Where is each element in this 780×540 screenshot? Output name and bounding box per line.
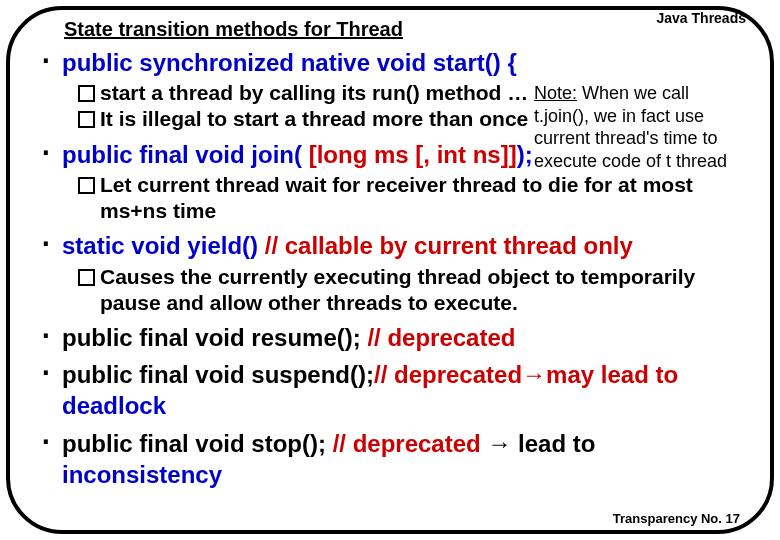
note-text: t.join(), we in fact use [534,106,704,126]
sig-text: public final void suspend(); [62,361,374,388]
sig-start: public synchronized native void start() … [62,47,756,78]
sig-text: ); [517,141,533,168]
sig-text: public final void join( [62,141,309,168]
sig-optional: [long ms [, int ns]] [309,141,517,168]
inconsistency-word: inconsistency [62,461,222,488]
note-text: execute code of t thread [534,151,727,171]
sig-resume: public final void resume(); // deprecate… [62,322,756,353]
sig-tail: may lead to [546,361,678,388]
sig-comment: // callable by current thread only [265,232,633,259]
header-topic: Java Threads [657,10,747,26]
page-number: Transparency No. 17 [613,511,740,526]
item-yield: static void yield() // callable by curre… [36,230,756,316]
sig-comment: // deprecated [367,324,515,351]
slide-title: State transition methods for Thread [64,18,756,41]
sig-tail: lead to [511,430,595,457]
arrow-icon: → [522,361,546,388]
note-overlay: Note: When we call t.join(), we in fact … [534,82,780,172]
item-resume: public final void resume(); // deprecate… [36,322,756,353]
sub: Let current thread wait for receiver thr… [78,172,756,225]
item-stop: public final void stop(); // deprecated … [36,428,756,490]
sig-text: public final void resume(); [62,324,367,351]
sig-comment: // deprecated [333,430,488,457]
deadlock-word: deadlock [62,392,166,419]
note-label: Note: [534,83,577,103]
sig-comment: // deprecated [374,361,522,388]
note-text: current thread's time to [534,128,718,148]
item-suspend: public final void suspend();// deprecate… [36,359,756,421]
sig-yield: static void yield() // callable by curre… [62,230,756,261]
sig-suspend: public final void suspend();// deprecate… [62,359,756,421]
note-text: When we call [577,83,689,103]
sig-text: static void yield() [62,232,265,259]
sub: Causes the currently executing thread ob… [78,264,756,317]
sig-stop: public final void stop(); // deprecated … [62,428,756,490]
slide-content: Java Threads State transition methods fo… [36,10,756,532]
arrow-icon: → [487,430,511,457]
sig-text: public final void stop(); [62,430,333,457]
